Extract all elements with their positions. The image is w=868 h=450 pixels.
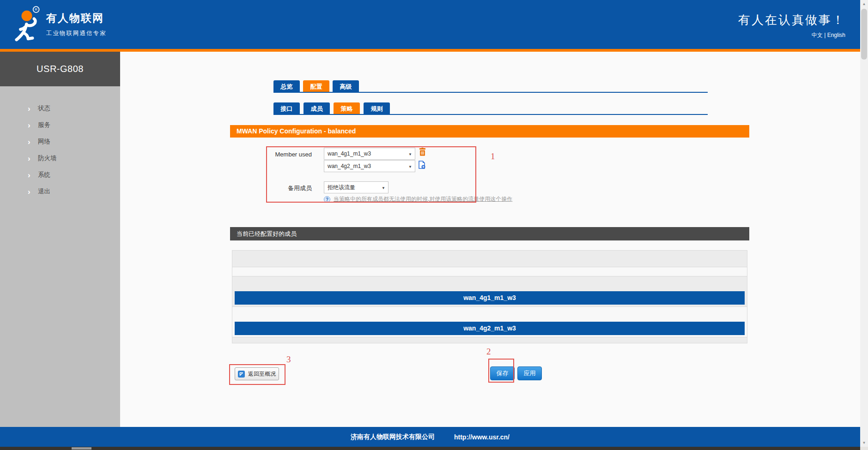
tab-advanced[interactable]: 高级 <box>333 80 359 93</box>
sidebar-item-services[interactable]: › 服务 <box>0 117 120 133</box>
sidebar-item-system[interactable]: › 系统 <box>0 167 120 183</box>
header-accent-stripe <box>0 49 860 52</box>
tab-configuration[interactable]: 配置 <box>303 80 329 93</box>
svg-text:R: R <box>35 7 37 12</box>
table-row-empty <box>232 267 747 276</box>
horizontal-scrollbar[interactable] <box>0 447 860 450</box>
sidebar-item-logout[interactable]: › 退出 <box>0 183 120 200</box>
device-name: USR-G808 <box>0 52 120 86</box>
chevron-right-icon: › <box>28 105 38 113</box>
footer-url[interactable]: http://www.usr.cn/ <box>454 433 510 441</box>
member-bar-1: wan_4g1_m1_w3 <box>235 291 745 305</box>
mwan-policy-banner: MWAN Policy Configuration - balanced <box>230 125 749 138</box>
annotation-number-3: 3 <box>286 354 291 365</box>
scroll-down-icon[interactable]: ▼ <box>860 439 868 447</box>
table-row-empty <box>232 337 747 343</box>
top-header: R 有人物联网 工业物联网通信专家 有人在认真做事！ 中文 | English <box>0 0 860 49</box>
sidebar-item-status[interactable]: › 状态 <box>0 100 120 117</box>
chevron-right-icon: › <box>28 121 38 129</box>
apply-button[interactable]: 应用 <box>517 366 542 380</box>
chevron-right-icon: › <box>28 171 38 179</box>
annotation-number-2: 2 <box>486 347 491 357</box>
language-switcher: 中文 | English <box>812 31 845 39</box>
chevron-right-icon: › <box>28 138 38 146</box>
usr-person-logo-icon: R <box>10 5 43 44</box>
chevron-right-icon: › <box>28 155 38 162</box>
member-bar-2: wan_4g2_m1_w3 <box>235 322 745 335</box>
annotation-box-3 <box>229 364 285 385</box>
chevron-right-icon: › <box>28 188 38 196</box>
tab-interface[interactable]: 接口 <box>273 102 300 115</box>
tab-member[interactable]: 成员 <box>303 102 330 115</box>
members-table: wan_4g1_m1_w3 wan_4g2_m1_w3 <box>232 250 747 343</box>
configured-members-banner: 当前已经配置好的成员 <box>230 227 749 240</box>
app-window: R 有人物联网 工业物联网通信专家 有人在认真做事！ 中文 | English … <box>0 0 868 450</box>
brand-subtitle: 工业物联网通信专家 <box>46 30 107 37</box>
annotation-number-1: 1 <box>491 151 495 162</box>
lang-en-link[interactable]: English <box>827 32 845 38</box>
sidebar-nav: › 状态 › 服务 › 网络 › 防火墙 › 系统 › 退出 <box>0 86 120 427</box>
table-row: wan_4g2_m1_w3 <box>232 307 747 337</box>
tab-overview[interactable]: 总览 <box>273 80 300 93</box>
table-row: wan_4g1_m1_w3 <box>232 276 747 307</box>
vertical-scrollbar-thumb[interactable] <box>861 9 867 60</box>
tab-policy[interactable]: 策略 <box>334 102 360 115</box>
tab-rule[interactable]: 规则 <box>364 102 390 115</box>
horizontal-scrollbar-thumb[interactable] <box>72 447 91 450</box>
brand-title: 有人物联网 <box>46 11 107 25</box>
annotation-box-1 <box>266 146 476 203</box>
scrollbar-corner <box>860 447 868 450</box>
sidebar-item-network[interactable]: › 网络 <box>0 133 120 150</box>
header-slogan: 有人在认真做事！ <box>738 12 845 28</box>
annotation-box-2 <box>488 359 514 383</box>
footer-company: 济南有人物联网技术有限公司 <box>351 433 435 441</box>
page-footer: 济南有人物联网技术有限公司 http://www.usr.cn/ <box>0 427 860 447</box>
scroll-up-icon[interactable]: ▲ <box>860 0 868 8</box>
table-row-empty <box>232 251 747 267</box>
vertical-scrollbar[interactable]: ▲ ▼ <box>860 0 868 447</box>
lang-zh-link[interactable]: 中文 <box>812 32 823 38</box>
sidebar-item-firewall[interactable]: › 防火墙 <box>0 150 120 167</box>
primary-tabs-underline <box>273 92 708 93</box>
lang-separator: | <box>824 32 826 38</box>
secondary-tabs-underline <box>273 114 708 115</box>
